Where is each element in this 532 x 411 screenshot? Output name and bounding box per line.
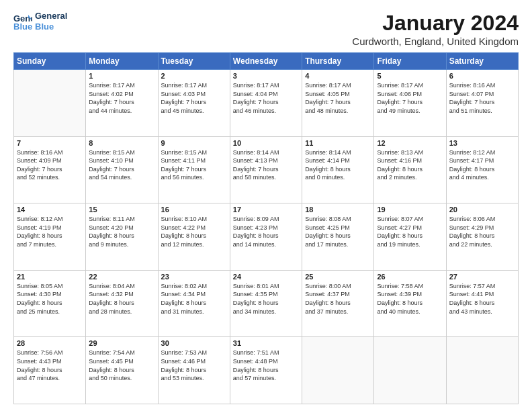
day-info: Sunrise: 8:15 AMSunset: 4:10 PMDaylight:…: [89, 148, 154, 182]
cell-w4-d1: 22Sunrise: 8:04 AMSunset: 4:32 PMDayligh…: [86, 270, 158, 337]
day-info: Sunrise: 8:17 AMSunset: 4:06 PMDaylight:…: [377, 81, 443, 115]
week-row-3: 14Sunrise: 8:12 AMSunset: 4:19 PMDayligh…: [14, 203, 519, 271]
cell-w5-d3: 31Sunrise: 7:51 AMSunset: 4:48 PMDayligh…: [230, 337, 302, 404]
cell-w1-d2: 2Sunrise: 8:17 AMSunset: 4:03 PMDaylight…: [158, 70, 230, 137]
logo-line1: General: [35, 11, 67, 21]
cell-w3-d5: 19Sunrise: 8:07 AMSunset: 4:27 PMDayligh…: [374, 203, 446, 271]
day-info: Sunrise: 7:56 AMSunset: 4:43 PMDaylight:…: [17, 349, 83, 382]
cell-w4-d5: 26Sunrise: 7:58 AMSunset: 4:39 PMDayligh…: [374, 270, 446, 337]
day-info: Sunrise: 8:00 AMSunset: 4:37 PMDaylight:…: [305, 282, 371, 316]
week-row-4: 21Sunrise: 8:05 AMSunset: 4:30 PMDayligh…: [14, 270, 519, 337]
day-info: Sunrise: 8:14 AMSunset: 4:14 PMDaylight:…: [305, 148, 371, 182]
day-info: Sunrise: 8:13 AMSunset: 4:16 PMDaylight:…: [377, 148, 443, 182]
day-info: Sunrise: 7:58 AMSunset: 4:39 PMDaylight:…: [377, 282, 443, 316]
day-info: Sunrise: 8:16 AMSunset: 4:07 PMDaylight:…: [449, 81, 515, 115]
week-row-5: 28Sunrise: 7:56 AMSunset: 4:43 PMDayligh…: [14, 337, 519, 404]
day-number: 6: [449, 72, 515, 80]
day-number: 4: [305, 72, 371, 80]
cell-w1-d1: 1Sunrise: 8:17 AMSunset: 4:02 PMDaylight…: [86, 70, 158, 137]
day-info: Sunrise: 8:14 AMSunset: 4:13 PMDaylight:…: [233, 148, 299, 182]
day-number: 21: [17, 273, 83, 281]
day-number: 25: [305, 273, 371, 281]
day-number: 2: [161, 72, 227, 80]
col-saturday: Saturday: [446, 53, 518, 70]
day-number: 12: [377, 139, 443, 147]
svg-text:Blue: Blue: [13, 21, 32, 31]
day-number: 24: [233, 273, 299, 281]
day-number: 8: [89, 139, 154, 147]
day-number: 15: [89, 205, 154, 214]
cell-w4-d3: 24Sunrise: 8:01 AMSunset: 4:35 PMDayligh…: [230, 270, 302, 337]
cell-w2-d2: 9Sunrise: 8:15 AMSunset: 4:11 PMDaylight…: [158, 136, 230, 203]
cell-w5-d1: 29Sunrise: 7:54 AMSunset: 4:45 PMDayligh…: [86, 337, 158, 404]
day-info: Sunrise: 8:12 AMSunset: 4:17 PMDaylight:…: [449, 148, 515, 182]
day-number: 10: [233, 139, 299, 147]
day-info: Sunrise: 8:10 AMSunset: 4:22 PMDaylight:…: [161, 215, 227, 248]
logo-line2: Blue: [35, 21, 67, 32]
day-number: 20: [449, 205, 515, 214]
cell-w3-d1: 15Sunrise: 8:11 AMSunset: 4:20 PMDayligh…: [86, 203, 158, 271]
location: Curdworth, England, United Kingdom: [352, 36, 519, 47]
cell-w2-d6: 13Sunrise: 8:12 AMSunset: 4:17 PMDayligh…: [446, 136, 518, 203]
day-number: 28: [17, 339, 83, 347]
cell-w1-d0: [14, 70, 86, 137]
cell-w3-d4: 18Sunrise: 8:08 AMSunset: 4:25 PMDayligh…: [302, 203, 374, 271]
header-row: Sunday Monday Tuesday Wednesday Thursday…: [14, 53, 519, 70]
day-info: Sunrise: 7:51 AMSunset: 4:48 PMDaylight:…: [233, 349, 299, 382]
day-info: Sunrise: 8:15 AMSunset: 4:11 PMDaylight:…: [161, 148, 227, 182]
day-info: Sunrise: 7:57 AMSunset: 4:41 PMDaylight:…: [449, 282, 515, 316]
cell-w5-d2: 30Sunrise: 7:53 AMSunset: 4:46 PMDayligh…: [158, 337, 230, 404]
day-info: Sunrise: 8:08 AMSunset: 4:25 PMDaylight:…: [305, 215, 371, 248]
cell-w1-d5: 5Sunrise: 8:17 AMSunset: 4:06 PMDaylight…: [374, 70, 446, 137]
day-info: Sunrise: 8:02 AMSunset: 4:34 PMDaylight:…: [161, 282, 227, 316]
day-info: Sunrise: 8:09 AMSunset: 4:23 PMDaylight:…: [233, 215, 299, 248]
day-number: 13: [449, 139, 515, 147]
cell-w5-d6: [446, 337, 518, 404]
day-number: 16: [161, 205, 227, 214]
day-info: Sunrise: 8:07 AMSunset: 4:27 PMDaylight:…: [377, 215, 443, 248]
col-friday: Friday: [374, 53, 446, 70]
calendar-table: Sunday Monday Tuesday Wednesday Thursday…: [13, 52, 519, 404]
cell-w5-d4: [302, 337, 374, 404]
day-number: 23: [161, 273, 227, 281]
cell-w2-d5: 12Sunrise: 8:13 AMSunset: 4:16 PMDayligh…: [374, 136, 446, 203]
day-info: Sunrise: 8:05 AMSunset: 4:30 PMDaylight:…: [17, 282, 83, 316]
day-number: 26: [377, 273, 443, 281]
day-info: Sunrise: 8:11 AMSunset: 4:20 PMDaylight:…: [89, 215, 154, 248]
logo: General Blue General Blue: [13, 11, 67, 32]
day-info: Sunrise: 8:06 AMSunset: 4:29 PMDaylight:…: [449, 215, 515, 248]
cell-w3-d2: 16Sunrise: 8:10 AMSunset: 4:22 PMDayligh…: [158, 203, 230, 271]
cell-w5-d5: [374, 337, 446, 404]
cell-w2-d1: 8Sunrise: 8:15 AMSunset: 4:10 PMDaylight…: [86, 136, 158, 203]
cell-w2-d4: 11Sunrise: 8:14 AMSunset: 4:14 PMDayligh…: [302, 136, 374, 203]
cell-w1-d3: 3Sunrise: 8:17 AMSunset: 4:04 PMDaylight…: [230, 70, 302, 137]
day-info: Sunrise: 8:17 AMSunset: 4:02 PMDaylight:…: [89, 81, 154, 115]
cell-w4-d4: 25Sunrise: 8:00 AMSunset: 4:37 PMDayligh…: [302, 270, 374, 337]
day-info: Sunrise: 8:17 AMSunset: 4:03 PMDaylight:…: [161, 81, 227, 115]
day-info: Sunrise: 8:17 AMSunset: 4:04 PMDaylight:…: [233, 81, 299, 115]
title-block: January 2024 Curdworth, England, United …: [352, 11, 519, 47]
cell-w4-d0: 21Sunrise: 8:05 AMSunset: 4:30 PMDayligh…: [14, 270, 86, 337]
header: General Blue General Blue January 2024 C…: [13, 11, 519, 47]
col-thursday: Thursday: [302, 53, 374, 70]
logo-icon: General Blue: [13, 12, 32, 31]
col-sunday: Sunday: [14, 53, 86, 70]
day-info: Sunrise: 8:16 AMSunset: 4:09 PMDaylight:…: [17, 148, 83, 182]
col-monday: Monday: [86, 53, 158, 70]
day-number: 30: [161, 339, 227, 347]
cell-w2-d0: 7Sunrise: 8:16 AMSunset: 4:09 PMDaylight…: [14, 136, 86, 203]
day-number: 22: [89, 273, 154, 281]
day-info: Sunrise: 8:17 AMSunset: 4:05 PMDaylight:…: [305, 81, 371, 115]
day-info: Sunrise: 8:04 AMSunset: 4:32 PMDaylight:…: [89, 282, 154, 316]
day-info: Sunrise: 7:54 AMSunset: 4:45 PMDaylight:…: [89, 349, 154, 382]
day-number: 31: [233, 339, 299, 347]
cell-w3-d3: 17Sunrise: 8:09 AMSunset: 4:23 PMDayligh…: [230, 203, 302, 271]
day-number: 3: [233, 72, 299, 80]
day-number: 19: [377, 205, 443, 214]
day-number: 9: [161, 139, 227, 147]
day-number: 27: [449, 273, 515, 281]
cell-w5-d0: 28Sunrise: 7:56 AMSunset: 4:43 PMDayligh…: [14, 337, 86, 404]
day-info: Sunrise: 8:12 AMSunset: 4:19 PMDaylight:…: [17, 215, 83, 248]
cell-w1-d4: 4Sunrise: 8:17 AMSunset: 4:05 PMDaylight…: [302, 70, 374, 137]
day-number: 18: [305, 205, 371, 214]
